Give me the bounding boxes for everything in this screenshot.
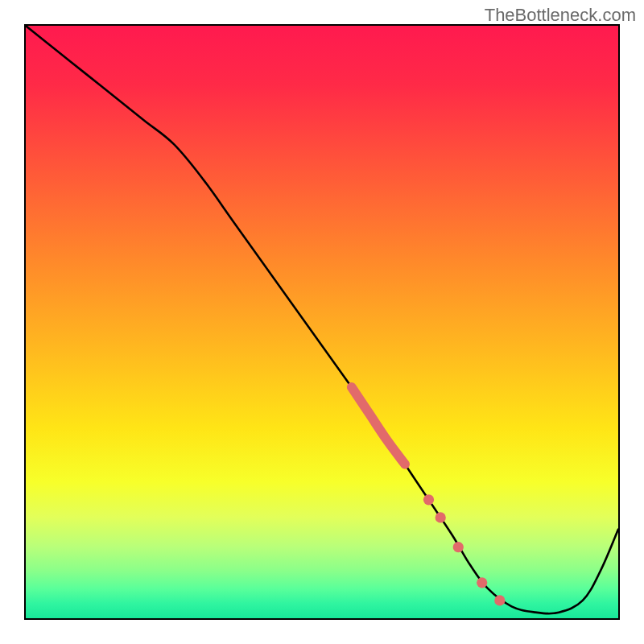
curve-dot — [477, 577, 487, 588]
chart-container: TheBottleneck.com — [0, 0, 644, 644]
curve-dot — [494, 595, 505, 605]
curve-dot — [436, 512, 446, 522]
watermark-text: TheBottleneck.com — [485, 5, 636, 26]
curve-layer — [26, 26, 618, 618]
curve-dot — [423, 494, 434, 505]
plot-area — [24, 24, 620, 620]
curve-dot — [453, 542, 464, 552]
highlight-segment — [352, 387, 405, 464]
bottleneck-curve — [26, 26, 618, 613]
